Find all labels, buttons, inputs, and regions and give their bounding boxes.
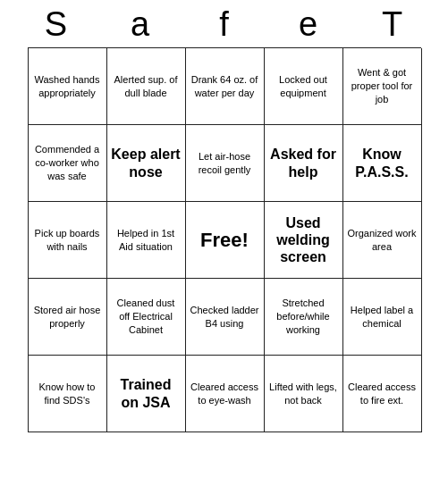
cell-3-2: Checked ladder B4 using [186, 279, 265, 356]
cell-4-0: Know how to find SDS's [29, 356, 107, 432]
cell-3-1: Cleaned dust off Electrical Cabinet [107, 279, 186, 356]
cell-4-2: Cleared access to eye-wash [186, 356, 265, 432]
cell-2-4: Organized work area [343, 202, 422, 279]
title-letter-1: a [105, 5, 176, 44]
cell-0-4: Went & got proper tool for job [343, 48, 422, 125]
cell-2-1: Helped in 1st Aid situation [107, 202, 186, 279]
title-letter-2: f [189, 5, 260, 44]
title-letter-4: T [357, 5, 428, 44]
cell-1-4: Know P.A.S.S. [343, 125, 422, 202]
cell-2-0: Pick up boards with nails [29, 202, 107, 279]
cell-0-3: Locked out equipment [265, 48, 343, 125]
cell-4-3: Lifted with legs, not back [265, 356, 343, 432]
cell-0-1: Alerted sup. of dull blade [107, 48, 186, 125]
cell-2-2: Free! [186, 202, 265, 279]
cell-1-3: Asked for help [265, 125, 343, 202]
cell-4-4: Cleared access to fire ext. [343, 356, 422, 432]
cell-4-1: Trained on JSA [107, 356, 186, 432]
cell-3-3: Stretched before/while working [265, 279, 343, 356]
title-row: SafeT [14, 0, 435, 47]
bingo-grid: Washed hands appropriatelyAlerted sup. o… [28, 47, 421, 432]
cell-1-1: Keep alert nose [107, 125, 186, 202]
title-letter-0: S [21, 5, 92, 44]
cell-3-4: Helped label a chemical [343, 279, 422, 356]
cell-1-2: Let air-hose recoil gently [186, 125, 265, 202]
title-letter-3: e [273, 5, 344, 44]
cell-2-3: Used welding screen [265, 202, 343, 279]
cell-1-0: Commended a co-worker who was safe [29, 125, 107, 202]
cell-3-0: Stored air hose properly [29, 279, 107, 356]
cell-0-2: Drank 64 oz. of water per day [186, 48, 265, 125]
cell-0-0: Washed hands appropriately [29, 48, 107, 125]
